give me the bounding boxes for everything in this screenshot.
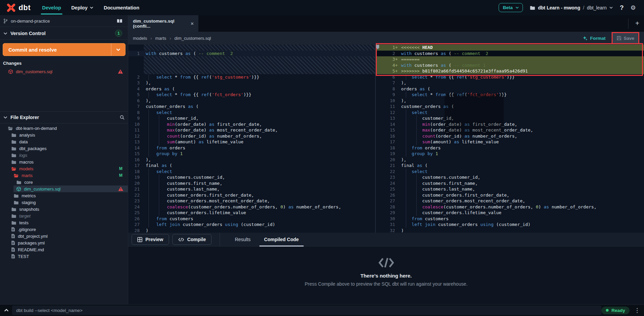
results-panel-header: Preview Compile Results Compiled Code [128,233,644,247]
tab-close-icon[interactable]: × [191,21,194,26]
tree-item-staging[interactable]: staging [0,199,128,206]
tree-item-packages-yml[interactable]: packages.yml [0,239,128,246]
folder-open-icon [8,126,13,131]
diff-pane-modified[interactable]: 1+<<<<<<< HEAD2 with customers as ( -- c… [375,45,644,233]
tree-item-dbt-project-yml[interactable]: dbt_project.yml [0,233,128,239]
chevron-up-icon[interactable] [4,309,9,312]
tree-item-tests[interactable]: tests [0,219,128,226]
diff-editor[interactable]: 1with customers as ( -- comment 22 selec… [128,45,644,233]
indent-guide [148,145,149,151]
dbt-logo[interactable]: dbt [7,3,31,12]
code-line: 14 from orders [128,145,375,151]
line-number: 25 [128,210,144,216]
tree-item-label: metrics [22,193,36,198]
tree-item-models[interactable]: modelsM [0,165,128,172]
tab-compiled-code[interactable]: Compiled Code [257,233,306,247]
code-line: 24 customers.first_name, [376,180,644,186]
version-control-header[interactable]: Version Control 1 [0,27,128,40]
tree-item-label: snapshots [19,207,39,212]
dbt-command-input[interactable] [12,306,601,315]
tab-label: dim_customers.sql (confli... [133,19,187,29]
line-content: with customers as ( -- comment 1 [401,62,644,68]
tree-item-analysis[interactable]: analysis [0,132,128,138]
tree-item-dbt-packages[interactable]: dbt_packages [0,145,128,152]
code-icon [378,257,395,269]
diff-pane-original[interactable]: 1with customers as ( -- comment 22 selec… [128,45,375,233]
folder-icon [13,200,19,205]
diff-filler-hatch [144,45,375,51]
tree-item-label: .gitignore [18,227,36,232]
compile-button[interactable]: Compile [172,234,212,245]
help-button[interactable]: ? [620,4,624,11]
indent-guide [148,186,149,192]
indent-guide [148,180,149,186]
line-number: 12 [376,110,401,116]
tree-item-metrics[interactable]: metrics [0,192,128,199]
indent-guide [406,222,406,228]
branch-name: on-demand-practice [11,19,50,24]
preview-button[interactable]: Preview [132,234,169,245]
account-project-selector[interactable]: dbt Learn - mwong / dbt_learn [530,5,613,10]
settings-gear-icon[interactable]: ⚙ [631,5,636,11]
line-number: 9 [128,115,144,121]
tree-item-core[interactable]: core [0,179,128,185]
tree-item-readme-md[interactable]: README.md [0,246,128,253]
commit-button-label-area[interactable]: Commit and resolve [3,44,111,56]
tab-dim-customers[interactable]: dim_customers.sql (confli... × [128,15,198,32]
save-button[interactable]: Save [613,33,638,43]
tree-item-logs[interactable]: logs [0,152,128,159]
tree-item-label: target [19,213,30,219]
new-tab-button[interactable]: + [633,20,641,27]
nav-item-documentation[interactable]: Documentation [104,0,139,15]
indent-guide [159,192,159,198]
indent-guide [406,216,406,222]
line-number: 8 [128,110,144,116]
tree-item-label: dbt_packages [19,146,47,151]
changes-count-badge: 1 [115,30,122,37]
indent-guide [406,186,406,192]
tree-item--gitignore[interactable]: .gitignore [0,226,128,233]
tree-item-macros[interactable]: macros [0,159,128,165]
tree-item-test[interactable]: TEST [0,253,128,260]
tree-item-dbt-learn-on-demand[interactable]: dbt-learn-on-demand [0,125,128,132]
breadcrumb: models › marts › dim_customers.sql [133,36,211,41]
breadcrumb-segment: marts [155,36,166,41]
line-number: 28 [128,228,144,233]
line-number: 10 [376,98,401,104]
tree-item-target[interactable]: target [0,212,128,219]
model-cube-icon [16,186,21,192]
nav-item-deploy[interactable]: Deploy [71,0,93,15]
code-line: 9 customer_id, [128,115,375,121]
indent-guide [416,210,417,216]
file-explorer-header[interactable]: File Explorer [0,111,128,123]
line-content: orders as ( [401,86,644,92]
tree-item-dim-customers-sql[interactable]: dim_customers.sql [0,185,128,192]
changed-file-row[interactable]: dim_customers.sql [0,68,128,75]
search-icon[interactable] [120,115,124,120]
commit-and-resolve-button[interactable]: Commit and resolve [3,43,125,56]
tab-results[interactable]: Results [228,233,257,247]
line-content: customers.customer_id, [144,174,375,180]
tree-item-snapshots[interactable]: snapshots [0,206,128,212]
commit-button-dropdown[interactable] [111,44,125,56]
branch-selector[interactable]: on-demand-practice [0,15,128,27]
panel-header-divider [220,233,220,246]
nav-item-develop[interactable]: Develop [42,0,61,15]
file-explorer-title: File Explorer [10,115,39,120]
docs-book-icon[interactable] [117,19,122,23]
indent-guide [406,169,406,175]
tree-item-marts[interactable]: martsM [0,172,128,179]
line-content: sum(amount) as lifetime_value [401,139,644,145]
line-number: 1 [128,51,144,57]
beta-toggle[interactable]: Beta [499,3,523,12]
tree-item-data[interactable]: data [0,138,128,145]
indent-guide [148,216,149,222]
format-button[interactable]: Format [583,36,606,41]
nav-item-label: Deploy [71,5,87,10]
line-content: customers.first_name, [144,180,375,186]
tree-item-label: analysis [19,133,35,138]
kebab-menu-icon[interactable]: ⋮ [634,308,640,313]
code-line: 23 customer_orders.most_recent_order_dat… [128,198,375,204]
line-number: 10 [128,121,144,127]
indent-guide [406,133,406,139]
